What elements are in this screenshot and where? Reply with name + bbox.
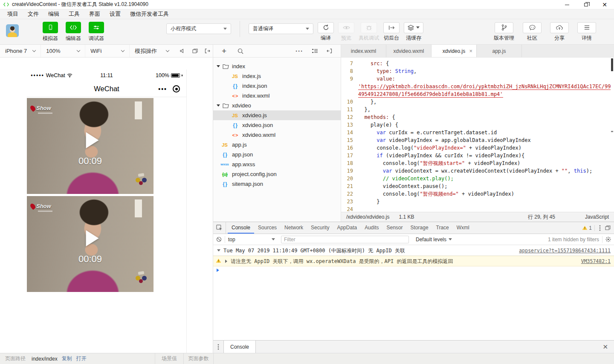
editor-tab-app.js[interactable]: app.js bbox=[477, 45, 522, 57]
mode-select[interactable]: 小程序模式 bbox=[166, 23, 231, 34]
menu-item-微信开发者工具[interactable]: 微信开发者工具 bbox=[125, 9, 174, 19]
panel-button-调试器[interactable]: 调试器 bbox=[89, 22, 104, 42]
video-player-1[interactable]: Show00:09 bbox=[27, 98, 154, 194]
console-filter-input[interactable] bbox=[281, 236, 409, 243]
code-line: 10 }, bbox=[341, 98, 611, 106]
devtools-tab-appdata[interactable]: AppData bbox=[333, 222, 361, 234]
collapse-panel-button[interactable] bbox=[327, 49, 332, 53]
play-button-icon[interactable] bbox=[86, 132, 98, 148]
panel-button-模拟器[interactable]: 模拟器 bbox=[43, 22, 58, 42]
tree-item-project.config.json[interactable]: {o}project.config.json bbox=[213, 169, 341, 179]
drawer-tab-console[interactable]: Console bbox=[223, 341, 256, 353]
sound-button[interactable] bbox=[180, 49, 185, 53]
devtools-tab-console[interactable]: Console bbox=[228, 222, 254, 234]
devtools-tab-sources[interactable]: Sources bbox=[254, 222, 281, 234]
multi-window-button[interactable] bbox=[192, 49, 198, 53]
search-button[interactable] bbox=[237, 48, 243, 54]
tree-item-app.json[interactable]: { }app.json bbox=[213, 150, 341, 159]
more-menu-icon[interactable]: ••• bbox=[158, 86, 167, 92]
inspect-element-button[interactable] bbox=[213, 222, 226, 234]
drawer-close-button[interactable]: ✕ bbox=[602, 343, 608, 351]
clear-console-button[interactable] bbox=[216, 237, 222, 242]
network-select-value: WiFi bbox=[90, 48, 101, 54]
zoom-select[interactable]: 100% bbox=[41, 45, 85, 57]
minimize-button[interactable] bbox=[558, 0, 576, 9]
editor-tab-index.wxml[interactable]: index.wxml bbox=[341, 45, 386, 57]
action-button-版本管理[interactable]: 版本管理 bbox=[494, 22, 514, 42]
console-source-link[interactable]: VM357482:1 bbox=[571, 258, 611, 265]
devtools-tab-sensor[interactable]: Sensor bbox=[383, 222, 407, 234]
console-source-link[interactable]: appservice?t=1557198647434:1111 bbox=[509, 247, 611, 254]
close-tab-icon[interactable]: × bbox=[469, 48, 472, 54]
tree-item-xdvideo[interactable]: xdvideo bbox=[213, 101, 341, 110]
caret-down-icon[interactable] bbox=[217, 104, 220, 107]
caret-down-icon[interactable] bbox=[217, 65, 220, 67]
editor-tab-xdvideo.js[interactable]: xdvideo.js× bbox=[432, 45, 477, 57]
menu-item-编辑[interactable]: 编辑 bbox=[43, 9, 64, 19]
editor-scrollbar-thumb[interactable] bbox=[611, 58, 613, 71]
action-button-详情[interactable]: 详情 bbox=[577, 22, 596, 42]
tree-item-app.js[interactable]: JSapp.js bbox=[213, 140, 341, 150]
tree-item-index[interactable]: index bbox=[213, 61, 341, 71]
sim-action-select[interactable]: 模拟操作 bbox=[130, 45, 174, 57]
avatar[interactable] bbox=[6, 24, 19, 37]
panel-button-编辑器[interactable]: 编辑器 bbox=[66, 22, 81, 42]
device-select[interactable]: iPhone 7 bbox=[0, 45, 41, 57]
devtools-menu-button[interactable] bbox=[599, 225, 601, 231]
warning-count-badge[interactable]: 1 bbox=[582, 225, 595, 231]
devtools-tab-audits[interactable]: Audits bbox=[361, 222, 382, 234]
devtools-tab-security[interactable]: Security bbox=[307, 222, 333, 234]
console-settings-button[interactable] bbox=[605, 237, 611, 242]
action-button-社区[interactable]: 社区 bbox=[523, 22, 542, 42]
tree-item-index.json[interactable]: { }index.json bbox=[213, 81, 341, 91]
open-path-link[interactable]: 打开 bbox=[76, 355, 87, 362]
devtools-tab-storage[interactable]: Storage bbox=[407, 222, 432, 234]
tree-item-index.js[interactable]: JSindex.js bbox=[213, 71, 341, 81]
code-line: 21 videoContext.pause(); bbox=[341, 182, 611, 190]
outline-button[interactable] bbox=[312, 48, 318, 54]
code-token: console.log( bbox=[358, 191, 420, 197]
tree-item-index.wxml[interactable]: < >index.wxml bbox=[213, 91, 341, 101]
caret-down-icon[interactable] bbox=[217, 249, 220, 251]
dock-side-button[interactable] bbox=[605, 225, 611, 230]
restore-button[interactable] bbox=[576, 0, 595, 9]
devtools-tab-wxml[interactable]: Wxml bbox=[453, 222, 473, 234]
menu-item-设置[interactable]: 设置 bbox=[105, 9, 125, 19]
menu-item-项目[interactable]: 项目 bbox=[3, 9, 23, 19]
console-output: Tue May 07 2019 11:10:49 GMT+0800 (中国标准时… bbox=[213, 246, 614, 340]
tree-item-xdvideo.json[interactable]: { }xdvideo.json bbox=[213, 120, 341, 130]
context-select[interactable]: top bbox=[228, 237, 278, 243]
copy-path-link[interactable]: 复制 bbox=[62, 355, 72, 362]
page-params-button[interactable]: 页面参数 bbox=[183, 353, 213, 364]
editor-tab-xdvideo.wxml[interactable]: xdvideo.wxml bbox=[386, 45, 432, 57]
devtools-tab-trace[interactable]: Trace bbox=[432, 222, 453, 234]
log-levels-select[interactable]: Default levels bbox=[416, 237, 452, 243]
tree-item-sitemap.json[interactable]: { }sitemap.json bbox=[213, 179, 341, 189]
capsule-close-icon[interactable] bbox=[173, 85, 180, 92]
menu-item-工具[interactable]: 工具 bbox=[64, 9, 84, 19]
tree-item-xdvideo.wxml[interactable]: < >xdvideo.wxml bbox=[213, 130, 341, 140]
detach-simulator-button[interactable] bbox=[205, 49, 210, 53]
more-options-button[interactable]: ··· bbox=[295, 50, 303, 52]
console-prompt[interactable] bbox=[213, 266, 614, 274]
caret-right-icon[interactable] bbox=[225, 260, 227, 263]
menu-item-界面[interactable]: 界面 bbox=[84, 9, 105, 19]
close-button[interactable]: ✕ bbox=[595, 0, 614, 9]
drawer-menu-button[interactable] bbox=[213, 344, 223, 350]
compile-select[interactable]: 普通编译 bbox=[249, 23, 313, 34]
code-editor[interactable]: 7 src: {8 type: String,9 value:'https://… bbox=[341, 58, 611, 212]
action-button-编译[interactable]: 编译 bbox=[318, 22, 334, 42]
code-line: 14 var curIdx = e.currentTarget.dataset.… bbox=[341, 129, 611, 136]
action-button-切后台[interactable]: 切后台 bbox=[383, 22, 400, 42]
tree-item-app.wxss[interactable]: wxssapp.wxss bbox=[213, 159, 341, 169]
devtools-tab-network[interactable]: Network bbox=[281, 222, 307, 234]
play-button-icon[interactable] bbox=[86, 230, 98, 246]
tree-item-xdvideo.js[interactable]: JSxdvideo.js bbox=[213, 110, 341, 120]
network-select[interactable]: WiFi bbox=[85, 45, 130, 57]
new-file-button[interactable]: + bbox=[222, 47, 226, 55]
action-button-分享[interactable]: 分享 bbox=[550, 22, 569, 42]
scene-value-button[interactable]: 场景值 bbox=[155, 353, 183, 364]
video-player-2[interactable]: Show00:09 bbox=[27, 196, 154, 292]
menu-item-文件[interactable]: 文件 bbox=[23, 9, 43, 19]
action-button-清缓存[interactable]: 清缓存 bbox=[404, 22, 423, 42]
